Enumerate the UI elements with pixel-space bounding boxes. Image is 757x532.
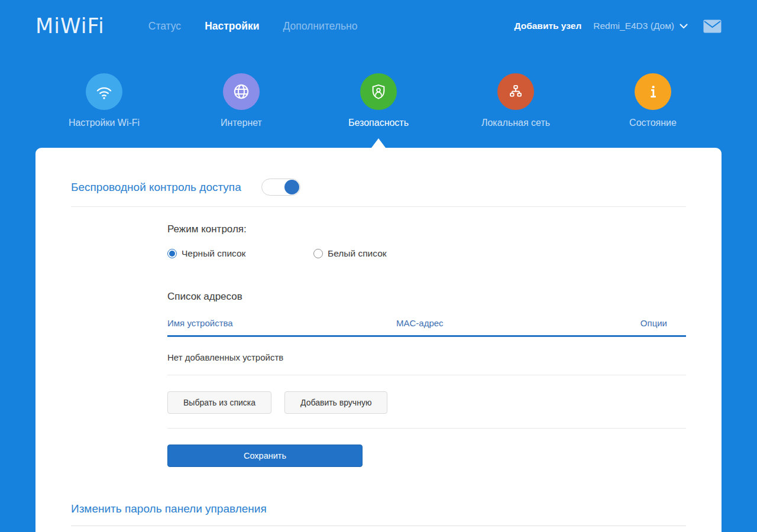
tab-label: Локальная сеть [481, 117, 550, 128]
radio-button-icon [313, 249, 323, 258]
tab-label: Интернет [221, 117, 262, 128]
tab-status[interactable]: Состояние [584, 73, 722, 128]
control-mode-label: Режим контроля: [167, 223, 686, 235]
radio-button-icon [167, 249, 177, 258]
nav-item-status[interactable]: Статус [148, 20, 181, 33]
active-tab-pointer [371, 138, 386, 148]
column-options: Опции [640, 318, 686, 328]
top-bar: MiWiFi Статус Настройки Дополнительно До… [0, 0, 757, 52]
add-node-button[interactable]: Добавить узел [514, 21, 581, 31]
wifi-icon [86, 73, 122, 110]
radio-blacklist[interactable]: Черный список [167, 248, 313, 259]
divider [167, 428, 686, 429]
radio-whitelist[interactable]: Белый список [313, 248, 387, 259]
globe-icon [223, 73, 260, 110]
top-bar-right: Добавить узел Redmi_E4D3 (Дом) [514, 20, 722, 33]
chevron-down-icon [680, 24, 688, 29]
mail-icon[interactable] [703, 20, 722, 33]
access-control-toggle[interactable] [261, 179, 300, 196]
column-mac-address: MAC-адрес [396, 318, 640, 328]
add-manually-button[interactable]: Добавить вручную [284, 391, 387, 414]
radio-label: Белый список [328, 248, 387, 259]
shield-user-icon [360, 73, 397, 110]
tab-label: Настройки Wi-Fi [69, 117, 140, 128]
save-button[interactable]: Сохранить [167, 445, 363, 467]
tab-wifi-settings[interactable]: Настройки Wi-Fi [35, 73, 173, 128]
tab-label: Безопасность [348, 117, 409, 128]
nav-item-advanced[interactable]: Дополнительно [283, 20, 357, 33]
toggle-knob [284, 180, 299, 194]
address-list-title: Список адресов [167, 291, 686, 303]
main-nav: Статус Настройки Дополнительно [148, 20, 381, 33]
settings-tabs: Настройки Wi-Fi Интернет Безопасность [35, 52, 722, 128]
tab-label: Состояние [629, 117, 677, 128]
change-password-title: Изменить пароль панели управления [71, 502, 686, 515]
empty-devices-message: Нет добавленных устройств [167, 337, 686, 375]
tab-local-network[interactable]: Локальная сеть [447, 73, 584, 128]
device-selector[interactable]: Redmi_E4D3 (Дом) [593, 21, 688, 31]
address-table-header: Имя устройства MAC-адрес Опции [167, 318, 686, 337]
tab-security[interactable]: Безопасность [310, 73, 447, 128]
security-panel: Беспроводной контроль доступа Режим конт… [35, 148, 722, 532]
access-control-section: Режим контроля: Черный список Белый спис… [167, 223, 686, 467]
access-control-title: Беспроводной контроль доступа [71, 181, 241, 194]
add-device-buttons: Выбрать из списка Добавить вручную [167, 391, 686, 414]
divider [71, 525, 686, 526]
miwifi-logo: MiWiFi [35, 14, 105, 38]
column-device-name: Имя устройства [167, 318, 396, 328]
access-control-heading-row: Беспроводной контроль доступа [71, 148, 686, 207]
device-selector-label: Redmi_E4D3 (Дом) [593, 21, 674, 31]
nav-item-settings[interactable]: Настройки [205, 20, 259, 33]
select-from-list-button[interactable]: Выбрать из списка [167, 391, 271, 414]
tab-internet[interactable]: Интернет [173, 73, 310, 128]
control-mode-options: Черный список Белый список [167, 248, 686, 259]
info-icon [635, 73, 671, 110]
radio-label: Черный список [182, 248, 245, 259]
lan-topology-icon [497, 73, 534, 110]
